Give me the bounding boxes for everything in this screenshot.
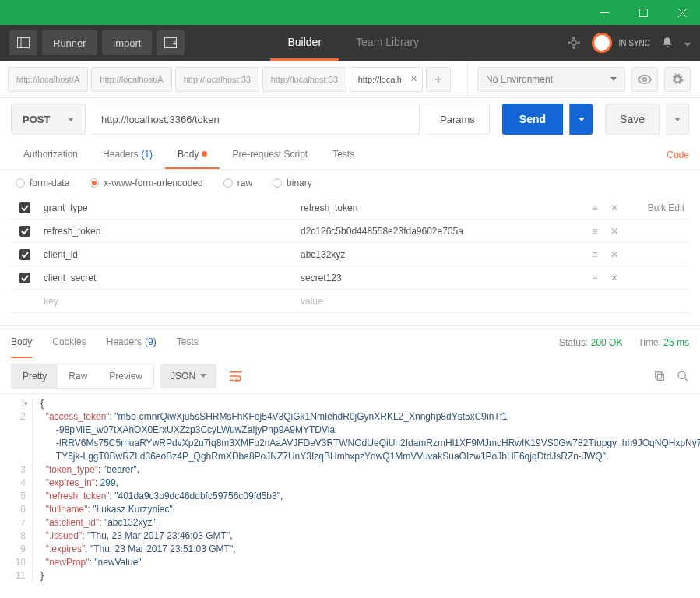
svg-point-18: [678, 371, 685, 378]
sync-label: IN SYNC: [618, 39, 650, 47]
close-icon[interactable]: ✕: [410, 74, 417, 84]
method-select[interactable]: POST: [11, 104, 86, 135]
send-button[interactable]: Send: [502, 104, 563, 135]
nav-team-library[interactable]: Team Library: [339, 25, 436, 61]
code-link[interactable]: Code: [667, 150, 689, 160]
drag-handle-icon[interactable]: ≡: [592, 249, 597, 260]
environment-select[interactable]: No Environment: [477, 67, 625, 92]
sidebar-toggle-button[interactable]: [9, 30, 37, 55]
view-preview[interactable]: Preview: [98, 364, 153, 388]
view-mode-group: Pretty Raw Preview: [11, 364, 154, 389]
resp-tab-headers[interactable]: Headers (9): [107, 326, 157, 358]
format-label: JSON: [171, 371, 195, 382]
resp-tab-tests[interactable]: Tests: [177, 326, 199, 358]
row-checkbox[interactable]: [19, 226, 30, 237]
svg-rect-16: [657, 374, 663, 380]
chevron-down-icon: [200, 374, 206, 378]
save-button[interactable]: Save: [605, 104, 660, 135]
response-body-viewer[interactable]: 1 2 3 4 5 6 7 8 9 10 11 { "access_token"…: [0, 394, 700, 590]
tab-authorization[interactable]: Authorization: [11, 140, 90, 169]
url-input[interactable]: http://localhost:3366/token: [92, 104, 420, 135]
radio-binary[interactable]: binary: [273, 178, 312, 188]
time-value: 25 ms: [663, 337, 689, 348]
tab-headers[interactable]: Headers (1): [90, 140, 165, 169]
params-button[interactable]: Params: [426, 104, 490, 135]
radio-form-data[interactable]: form-data: [16, 178, 69, 188]
param-key-input[interactable]: key: [39, 296, 296, 307]
drag-handle-icon[interactable]: ≡: [592, 273, 597, 283]
format-select[interactable]: JSON: [160, 364, 216, 388]
chevron-down-icon: [610, 77, 617, 81]
request-tab-3[interactable]: http://localhost:33: [262, 67, 346, 92]
radio-raw[interactable]: raw: [223, 178, 252, 188]
view-pretty[interactable]: Pretty: [12, 364, 58, 388]
user-avatar-icon[interactable]: [592, 33, 612, 53]
radio-form-data-label: form-data: [30, 178, 69, 188]
tab-prerequest[interactable]: Pre-request Script: [220, 140, 320, 169]
drag-handle-icon[interactable]: ≡: [592, 226, 597, 237]
request-tab-active[interactable]: http://localh ✕: [350, 67, 423, 92]
drag-handle-icon[interactable]: ≡: [592, 202, 597, 213]
param-key-input[interactable]: client_secret: [39, 273, 296, 283]
tab-headers-count: (1): [141, 149, 153, 160]
request-subtabs: Authorization Headers (1) Body Pre-reque…: [0, 140, 700, 170]
runner-button[interactable]: Runner: [42, 30, 97, 55]
table-row: refresh_token d2c126c5b0d448558e23fda960…: [11, 220, 689, 243]
delete-row-icon[interactable]: ✕: [610, 273, 618, 283]
menu-dropdown-icon[interactable]: [684, 36, 691, 50]
svg-rect-1: [639, 9, 647, 16]
environment-settings-button[interactable]: [664, 67, 691, 92]
radio-binary-label: binary: [287, 178, 312, 188]
tab-body[interactable]: Body: [165, 140, 220, 169]
wrap-lines-button[interactable]: [223, 364, 249, 388]
param-key-input[interactable]: client_id: [39, 249, 296, 260]
request-tab-1[interactable]: http://localhost/A: [91, 67, 171, 92]
chevron-down-icon: [68, 118, 74, 121]
bulk-edit-link[interactable]: Bulk Edit: [627, 202, 689, 213]
param-value-input[interactable]: d2c126c5b0d448558e23fda9602e705a: [296, 226, 583, 237]
view-raw[interactable]: Raw: [58, 364, 98, 388]
new-tab-button[interactable]: +: [157, 30, 185, 55]
window-close-button[interactable]: [664, 0, 700, 25]
body-type-radios: form-data x-www-form-urlencoded raw bina…: [0, 170, 700, 196]
radio-xform[interactable]: x-www-form-urlencoded: [90, 178, 202, 188]
svg-point-12: [573, 47, 575, 48]
import-button[interactable]: Import: [102, 30, 153, 55]
row-checkbox[interactable]: [19, 273, 30, 283]
window-minimize-button[interactable]: [586, 0, 622, 25]
param-value-input[interactable]: refresh_token: [296, 202, 583, 213]
tab-body-label: Body: [178, 149, 199, 160]
param-value-input[interactable]: secret123: [296, 273, 583, 283]
environment-view-button[interactable]: [631, 67, 658, 92]
request-row: POST http://localhost:3366/token Params …: [0, 98, 700, 140]
param-value-input[interactable]: value: [296, 296, 583, 307]
line-gutter: 1 2 3 4 5 6 7 8 9 10 11: [0, 397, 33, 582]
svg-point-8: [572, 40, 576, 45]
tab-tests[interactable]: Tests: [320, 140, 367, 169]
notifications-icon[interactable]: [661, 36, 674, 50]
svg-text:+: +: [173, 39, 177, 47]
param-key-input[interactable]: refresh_token: [39, 226, 296, 237]
delete-row-icon[interactable]: ✕: [610, 226, 618, 237]
request-tab-2[interactable]: http://localhost:33: [175, 67, 259, 92]
row-checkbox[interactable]: [19, 202, 30, 213]
param-value-input[interactable]: abc132xyz: [296, 249, 583, 260]
delete-row-icon[interactable]: ✕: [610, 249, 618, 260]
radio-xform-label: x-www-form-urlencoded: [104, 178, 202, 188]
send-dropdown[interactable]: [569, 104, 593, 135]
search-icon[interactable]: [677, 370, 689, 382]
request-tab-new[interactable]: +: [426, 67, 451, 92]
save-dropdown[interactable]: [666, 104, 689, 135]
copy-icon[interactable]: [653, 370, 666, 382]
row-checkbox[interactable]: [19, 249, 30, 260]
response-toolbar: Pretty Raw Preview JSON: [0, 358, 700, 394]
param-key-input[interactable]: grant_type: [39, 202, 296, 213]
delete-row-icon[interactable]: ✕: [610, 202, 618, 213]
resp-tab-cookies[interactable]: Cookies: [52, 326, 86, 358]
window-maximize-button[interactable]: [625, 0, 661, 25]
time-block: Time: 25 ms: [638, 337, 689, 348]
resp-tab-headers-label: Headers: [107, 336, 142, 347]
resp-tab-body[interactable]: Body: [11, 326, 32, 358]
nav-builder[interactable]: Builder: [270, 25, 339, 61]
request-tab-0[interactable]: http://localhost/A: [8, 67, 88, 92]
